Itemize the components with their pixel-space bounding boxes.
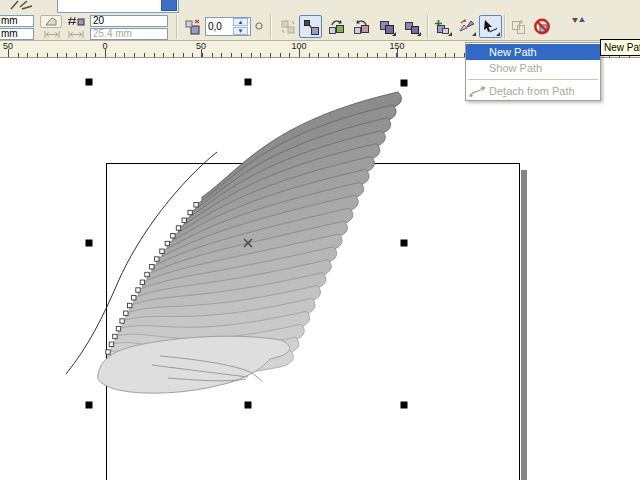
toolbar-separator — [504, 15, 506, 39]
node-handle[interactable] — [132, 296, 136, 300]
steps-spinner[interactable] — [572, 16, 585, 24]
blend-steps-input[interactable]: 20 — [90, 15, 168, 27]
spin-down-icon — [572, 16, 578, 24]
node-handle[interactable] — [194, 203, 198, 207]
toolbar-separator — [427, 15, 429, 39]
node-handle[interactable] — [176, 226, 180, 230]
node-handle[interactable] — [145, 272, 149, 276]
node-handle[interactable] — [188, 210, 192, 214]
ruler-tick — [231, 53, 232, 57]
ruler-tick — [445, 53, 446, 57]
object-size-field-y[interactable]: mm — [0, 28, 34, 40]
blend-spacing-input[interactable]: 25.4 mm — [90, 28, 168, 40]
node-handle[interactable] — [128, 303, 132, 307]
counterclockwise-blend-button[interactable] — [350, 15, 373, 38]
drawing-canvas[interactable] — [0, 58, 640, 480]
path-properties-button[interactable] — [479, 15, 502, 38]
clear-blend-button[interactable] — [530, 15, 553, 38]
ruler-label: 50 — [196, 41, 206, 51]
ruler-tick — [454, 53, 455, 57]
node-handle[interactable] — [140, 280, 144, 284]
page-shadow — [521, 170, 527, 480]
path-flyout-icon — [458, 19, 476, 35]
loop-blend-icon[interactable] — [255, 22, 263, 30]
indicator-button[interactable] — [40, 15, 62, 28]
menu-item-new-path[interactable]: New Path — [466, 44, 600, 60]
node-handle[interactable] — [155, 257, 159, 261]
node-handle[interactable] — [150, 265, 154, 269]
ruler-tick — [377, 53, 378, 57]
counterclockwise-blend-icon — [353, 19, 370, 35]
node-handle[interactable] — [136, 288, 140, 292]
spin-up-icon: ▲ — [233, 18, 248, 26]
ruler-tick — [425, 53, 426, 57]
node-handle[interactable] — [109, 342, 113, 346]
clockwise-blend-button[interactable] — [325, 15, 348, 38]
path-flyout-button[interactable] — [455, 15, 478, 38]
path-properties-icon — [482, 19, 499, 35]
ruler-tick — [328, 53, 329, 57]
standard-toolbar-partial — [0, 0, 640, 13]
node-handle[interactable] — [113, 334, 117, 338]
ruler-tick — [221, 53, 222, 57]
toolbar-separator — [270, 15, 272, 39]
ruler-tick — [435, 53, 436, 57]
fuse-blend-icon — [280, 19, 296, 35]
selection-handle[interactable] — [401, 80, 408, 87]
combo-dropdown-button[interactable] — [161, 0, 177, 11]
ruler-label: 50 — [3, 41, 13, 51]
menu-item-show-path[interactable]: Show Path — [466, 60, 600, 76]
spin-up-icon — [579, 16, 585, 24]
node-handle[interactable] — [116, 327, 120, 331]
node-handle[interactable] — [120, 319, 124, 323]
node-handle[interactable] — [160, 249, 164, 253]
node-handle[interactable] — [124, 311, 128, 315]
ruler-tick — [124, 53, 125, 57]
selection-handle[interactable] — [401, 402, 408, 409]
ruler-tick — [183, 53, 184, 57]
blend-direction-icon — [184, 19, 201, 35]
node-handle[interactable] — [106, 350, 110, 354]
ruler-tick — [57, 53, 58, 57]
ruler-tick — [367, 53, 368, 57]
color-acceleration-button[interactable] — [400, 15, 423, 38]
menu-separator — [468, 79, 598, 80]
tooltip: New Path — [600, 39, 640, 56]
ruler-tick — [202, 53, 203, 57]
start-end-objects-button[interactable] — [431, 15, 454, 38]
ruler-tick — [309, 53, 310, 57]
app-window: mm mm 20 25.4 mm — [0, 0, 640, 480]
ruler-tick — [134, 53, 135, 57]
menu-item-label: Detach from Path — [489, 85, 575, 97]
menu-item-detach-from-path[interactable]: Detach from Path — [466, 83, 600, 99]
node-handle[interactable] — [171, 234, 175, 238]
direct-blend-icon — [303, 19, 319, 35]
selection-handle[interactable] — [401, 240, 408, 247]
object-acceleration-button[interactable] — [375, 15, 398, 38]
ruler-tick — [251, 53, 252, 57]
ruler-tick — [406, 53, 407, 57]
ruler-tick — [415, 53, 416, 57]
ruler-tick — [66, 53, 67, 57]
clockwise-blend-icon — [328, 19, 345, 35]
node-handle[interactable] — [165, 241, 169, 245]
ruler-tick — [86, 53, 87, 57]
selection-handle[interactable] — [245, 79, 252, 86]
selection-handle[interactable] — [86, 402, 93, 409]
fuse-blend-button[interactable] — [276, 15, 299, 38]
ruler-tick — [348, 53, 349, 57]
toolbar-combo-partial[interactable] — [57, 0, 179, 13]
ruler-tick — [76, 53, 77, 57]
direction-spinner[interactable]: ▲ ▼ — [233, 18, 248, 33]
selection-handle[interactable] — [86, 240, 93, 247]
blend-steps-icon — [68, 16, 86, 27]
ruler-tick — [357, 53, 358, 57]
selection-handle[interactable] — [86, 79, 93, 86]
object-size-field-x[interactable]: mm — [0, 15, 34, 27]
start-end-objects-icon — [434, 19, 451, 35]
direct-blend-button[interactable] — [299, 15, 322, 38]
copy-blend-properties-icon — [510, 19, 527, 35]
copy-blend-properties-button[interactable] — [507, 15, 530, 38]
node-handle[interactable] — [182, 218, 186, 222]
selection-handle[interactable] — [245, 402, 252, 409]
